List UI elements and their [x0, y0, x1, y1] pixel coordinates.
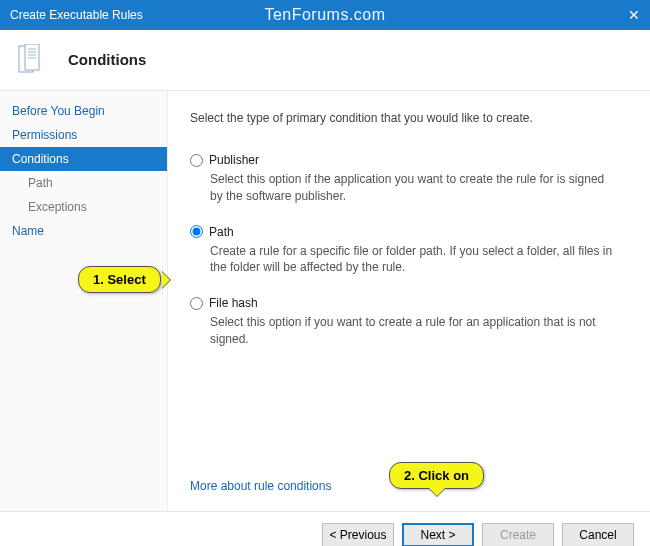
more-about-link[interactable]: More about rule conditions — [190, 479, 331, 493]
radio-publisher-desc: Select this option if the application yo… — [210, 171, 620, 205]
page-title: Conditions — [68, 51, 146, 68]
sidebar-item-conditions[interactable]: Conditions — [0, 147, 167, 171]
window-title: Create Executable Rules — [10, 8, 143, 22]
radio-publisher[interactable] — [190, 154, 203, 167]
option-path: Path Create a rule for a specific file o… — [190, 225, 628, 277]
option-filehash: File hash Select this option if you want… — [190, 296, 628, 348]
watermark-text: TenForums.com — [264, 6, 385, 24]
radio-publisher-label[interactable]: Publisher — [209, 153, 259, 167]
instruction-text: Select the type of primary condition tha… — [190, 111, 628, 125]
close-icon[interactable]: ✕ — [628, 7, 640, 23]
wizard-content: Select the type of primary condition tha… — [168, 91, 650, 511]
callout-clickon: 2. Click on — [389, 462, 484, 489]
document-icon — [18, 44, 54, 74]
create-button: Create — [482, 523, 554, 547]
radio-filehash-label[interactable]: File hash — [209, 296, 258, 310]
sidebar-item-name[interactable]: Name — [0, 219, 167, 243]
wizard-header: Conditions — [0, 30, 650, 91]
next-button[interactable]: Next > — [402, 523, 474, 547]
sidebar-item-permissions[interactable]: Permissions — [0, 123, 167, 147]
radio-filehash[interactable] — [190, 297, 203, 310]
radio-path-desc: Create a rule for a specific file or fol… — [210, 243, 620, 277]
wizard-footer: < Previous Next > Create Cancel — [0, 511, 650, 546]
sidebar-item-path[interactable]: Path — [0, 171, 167, 195]
radio-filehash-desc: Select this option if you want to create… — [210, 314, 620, 348]
callout-select: 1. Select — [78, 266, 161, 293]
wizard-sidebar: Before You Begin Permissions Conditions … — [0, 91, 168, 511]
sidebar-item-before[interactable]: Before You Begin — [0, 99, 167, 123]
sidebar-item-exceptions[interactable]: Exceptions — [0, 195, 167, 219]
radio-path[interactable] — [190, 225, 203, 238]
option-publisher: Publisher Select this option if the appl… — [190, 153, 628, 205]
radio-path-label[interactable]: Path — [209, 225, 234, 239]
previous-button[interactable]: < Previous — [322, 523, 394, 547]
svg-rect-1 — [25, 44, 39, 70]
titlebar: Create Executable Rules TenForums.com ✕ — [0, 0, 650, 30]
cancel-button[interactable]: Cancel — [562, 523, 634, 547]
